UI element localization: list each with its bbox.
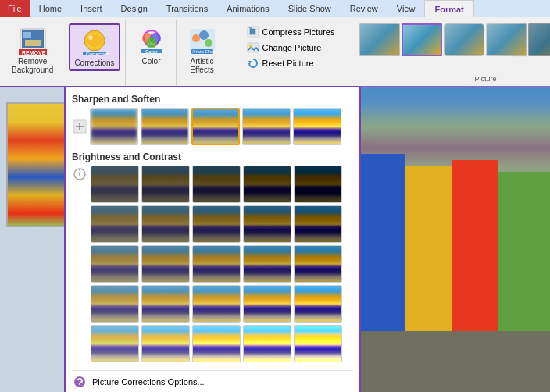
corrections-group: Corrections Corrections [64, 20, 125, 86]
bc-5-5[interactable] [294, 325, 342, 362]
bc-5-4[interactable] [243, 325, 291, 362]
corrections-options-button[interactable]: Picture Corrections Options... [72, 370, 353, 390]
svg-point-18 [199, 30, 209, 40]
artistic-effects-button[interactable]: Artistic Effects Artistic Effects [183, 23, 222, 77]
corrections-button[interactable]: Corrections Corrections [69, 23, 120, 71]
svg-point-19 [205, 39, 212, 47]
tab-format[interactable]: Format [424, 0, 473, 17]
svg-text:REMOVE BG: REMOVE BG [22, 50, 47, 55]
artistic-effects-label: Artistic Effects [187, 57, 218, 74]
tab-review[interactable]: Review [341, 0, 388, 17]
bc-3-5[interactable] [294, 245, 342, 283]
sharpen-soften-grid [72, 108, 353, 145]
compress-label: Compress Pictures [262, 27, 335, 37]
sharpen-soften-2[interactable] [141, 108, 189, 145]
svg-rect-2 [23, 32, 31, 38]
bc-2-3[interactable] [192, 205, 241, 243]
sharpen-soften-1[interactable] [90, 108, 138, 145]
bc-1-3[interactable] [192, 166, 241, 203]
brightness-contrast-label: Brightness and Contrast [72, 151, 353, 162]
ribbon-tabs: File Home Insert Design Transitions Anim… [0, 0, 550, 17]
tab-animations[interactable]: Animations [217, 0, 278, 17]
color-icon: Color [136, 26, 167, 57]
bc-1-2[interactable] [141, 166, 190, 203]
bc-2-1[interactable] [91, 205, 139, 243]
sharpen-info-icon [72, 108, 88, 145]
svg-text:Artistic Effects: Artistic Effects [192, 49, 216, 54]
bc-4-1[interactable] [91, 285, 139, 323]
bc-2-4[interactable] [243, 205, 291, 243]
remove-background-icon: REMOVE BG [17, 26, 48, 57]
bc-4-5[interactable] [294, 285, 342, 323]
artistic-effects-icon: Artistic Effects [187, 26, 218, 57]
bc-2-2[interactable] [141, 205, 190, 243]
tab-view[interactable]: View [388, 0, 425, 17]
corrections-options-label: Picture Corrections Options... [92, 377, 205, 387]
bc-5-3[interactable] [192, 325, 241, 362]
sharpen-soften-5[interactable] [293, 108, 341, 145]
tab-transitions[interactable]: Transitions [157, 0, 217, 17]
picture-style-3[interactable] [444, 23, 484, 56]
corrections-icon: Corrections [79, 27, 110, 59]
bc-1-4[interactable] [243, 166, 291, 203]
svg-rect-3 [25, 40, 41, 46]
remove-background-group: REMOVE BG Remove Background [3, 20, 62, 86]
reset-picture-label: Reset Picture [262, 59, 314, 68]
compress-icon [247, 26, 259, 38]
picture-style-2[interactable] [402, 23, 442, 56]
ribbon: File Home Insert Design Transitions Anim… [0, 0, 550, 88]
picture-tools-list: Compress Pictures Change Picture [241, 23, 341, 72]
svg-point-7 [88, 35, 93, 40]
corrections-dropdown: Sharpen and Soften Brightness and Contra… [64, 86, 361, 392]
picture-tools-group: Compress Pictures Change Picture [237, 20, 346, 86]
color-button[interactable]: Color Color [132, 23, 171, 68]
bc-3-1[interactable] [91, 245, 139, 283]
picture-style-4[interactable] [487, 23, 527, 56]
bc-1-5[interactable] [294, 166, 342, 203]
tab-home[interactable]: Home [30, 0, 71, 17]
picture-thumbnail-strip [359, 23, 550, 56]
svg-rect-23 [250, 29, 255, 34]
bc-2-5[interactable] [294, 205, 342, 243]
compress-pictures-button[interactable]: Compress Pictures [245, 25, 338, 39]
svg-point-13 [146, 37, 157, 48]
remove-background-label: Remove Background [12, 57, 53, 74]
sharpen-soften-label: Sharpen and Soften [72, 94, 353, 105]
tab-insert[interactable]: Insert [71, 0, 112, 17]
bc-row-info [72, 166, 353, 369]
picture-styles-group: Picture [355, 20, 550, 86]
bc-3-4[interactable] [243, 245, 291, 283]
bc-4-2[interactable] [141, 285, 190, 323]
sharpen-soften-4[interactable] [242, 108, 291, 145]
ribbon-content: REMOVE BG Remove Background Corrections [0, 17, 550, 86]
artistic-effects-group: Artistic Effects Artistic Effects [178, 20, 227, 86]
building-4 [359, 154, 405, 331]
reset-picture-icon [247, 57, 259, 69]
remove-background-button[interactable]: REMOVE BG Remove Background [8, 23, 57, 77]
svg-point-17 [192, 34, 200, 42]
bc-1-1[interactable] [91, 166, 139, 203]
picture-style-5[interactable] [528, 23, 550, 56]
corrections-label: Corrections [74, 59, 114, 67]
corrections-options-icon [72, 374, 88, 390]
svg-point-34 [79, 383, 80, 385]
picture-style-1[interactable] [359, 23, 400, 56]
sharpen-soften-3[interactable] [191, 108, 240, 145]
bc-3-2[interactable] [141, 245, 190, 283]
color-group: Color Color [127, 20, 177, 86]
change-picture-label: Change Picture [262, 43, 322, 52]
bc-4-3[interactable] [192, 285, 241, 323]
change-picture-button[interactable]: Change Picture [245, 41, 338, 55]
reset-picture-button[interactable]: Reset Picture [245, 56, 338, 70]
bc-3-3[interactable] [192, 245, 241, 283]
bc-4-4[interactable] [243, 285, 291, 323]
tab-file[interactable]: File [0, 0, 30, 17]
bc-5-1[interactable] [91, 325, 139, 362]
tab-design[interactable]: Design [112, 0, 157, 17]
brightness-contrast-grid [91, 166, 353, 362]
color-label: Color [142, 57, 161, 66]
picture-styles-label: Picture [474, 73, 496, 83]
building-5 [405, 166, 452, 331]
tab-slideshow[interactable]: Slide Show [279, 0, 341, 17]
bc-5-2[interactable] [141, 325, 190, 362]
